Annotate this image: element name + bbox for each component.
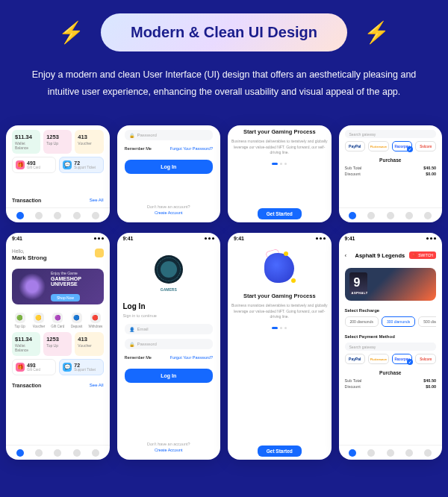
onboarding-body: Business monatices deliverables to itera…: [231, 139, 329, 156]
header-description: Enjoy a modern and clean User Interface …: [30, 66, 418, 100]
shop-now-button[interactable]: Shop Now: [51, 294, 80, 301]
page-title: Asphalt 9 Legends: [355, 252, 405, 259]
login-card: 9:41 GAMERS Log In Sign in to continue 👤…: [117, 233, 221, 460]
recharge-option[interactable]: 300 diamonds: [382, 316, 415, 327]
remember-checkbox[interactable]: Remember Me: [125, 146, 152, 151]
category-voucher[interactable]: 🟡Voucher: [31, 313, 46, 328]
email-input[interactable]: 👤Email: [125, 324, 214, 334]
see-all-link[interactable]: See All: [90, 198, 104, 203]
onboarding-card-partial: Start your Gaming Process Business monat…: [228, 125, 332, 222]
forgot-password-link[interactable]: Forgot Your Password?: [170, 355, 213, 360]
login-card-partial: 🔒Password Remember MeForgot Your Passwor…: [117, 125, 221, 222]
category-topup[interactable]: 🟢Top Up: [12, 313, 28, 328]
lightning-icon: ⚡: [58, 20, 84, 45]
payment-method-ssl[interactable]: Sslcom: [415, 141, 436, 151]
onboarding-illustration: [261, 250, 297, 286]
payment-method-paypal[interactable]: PayPal: [345, 141, 366, 151]
header-title: Modern & Clean UI Design: [101, 13, 347, 51]
create-account-link[interactable]: Create Account: [123, 210, 215, 215]
support-tile[interactable]: 💬72Support Ticket: [59, 157, 103, 173]
brand-logo: [155, 255, 183, 284]
nav-item[interactable]: [73, 212, 81, 219]
promo-banner[interactable]: Enjoy the Game GAMESHOP UNIVERSE Shop No…: [12, 269, 104, 304]
get-started-button[interactable]: Get Started: [258, 446, 302, 457]
category-deposit[interactable]: 🔵Deposit: [69, 313, 84, 328]
payment-card-partial: Search gateway PayPal Flutterwave Razorp…: [339, 125, 443, 222]
password-input[interactable]: 🔒Password: [125, 339, 214, 349]
voucher-stat[interactable]: 413Voucher: [75, 130, 103, 154]
greeting: Hello,: [12, 248, 47, 254]
payment-method-flutterwave[interactable]: Flutterwave: [368, 141, 389, 151]
select-payment-heading: Select Payment Method: [345, 334, 437, 339]
get-started-button[interactable]: Get Started: [258, 208, 302, 219]
payment-method-razorpay[interactable]: Razorpay: [392, 141, 413, 151]
back-button[interactable]: ‹: [345, 252, 351, 258]
onboarding-card: 9:41 Start your Gaming Process Business …: [228, 233, 332, 460]
user-avatar[interactable]: [95, 248, 104, 257]
topup-stat[interactable]: 1253Top Up: [43, 130, 72, 154]
login-button[interactable]: Log In: [125, 160, 214, 174]
category-giftcard[interactable]: 🟣Gift Card: [50, 313, 66, 328]
forgot-password-link[interactable]: Forgot Your Password?: [170, 146, 213, 151]
home-card-partial: $11.34Wallet Balance 1253Top Up 413Vouch…: [6, 125, 110, 222]
purchase-heading: Purchase: [345, 157, 437, 163]
password-input[interactable]: 🔒Password: [125, 130, 214, 140]
select-recharge-heading: Select Recharge: [345, 308, 437, 313]
recharge-option[interactable]: 200 diamonds: [345, 316, 379, 327]
login-button[interactable]: Log In: [125, 369, 214, 383]
recharge-option[interactable]: 500 diam...: [418, 316, 436, 327]
dashboard-card: 9:41 Hello, Mark Strong Enjoy the Game G…: [6, 233, 110, 460]
nav-home[interactable]: [16, 212, 24, 219]
username: Mark Strong: [12, 254, 47, 261]
create-account-link[interactable]: Create Account: [123, 448, 215, 452]
lightning-icon: ⚡: [364, 20, 390, 45]
remember-checkbox[interactable]: Remember Me: [125, 355, 152, 360]
search-gateway-input[interactable]: Search gateway: [345, 130, 437, 138]
nav-item[interactable]: [92, 212, 99, 219]
onboarding-title: Start your Gaming Process: [243, 128, 316, 135]
gift-card-tile[interactable]: 🎁493Gift Card: [12, 157, 56, 173]
game-cover: ASPHALT: [345, 268, 437, 301]
login-title: Log In: [123, 302, 215, 310]
asphalt-card: 9:41 ‹ Asphalt 9 Legends 🔴 SWITCH ASPHAL…: [339, 233, 443, 460]
platform-tag: 🔴 SWITCH: [409, 251, 436, 259]
transaction-heading: Transaction: [12, 198, 41, 203]
nav-item[interactable]: [35, 212, 43, 219]
nav-item[interactable]: [54, 212, 61, 219]
wallet-balance[interactable]: $11.34Wallet Balance: [12, 130, 40, 154]
search-gateway-input[interactable]: Search gateway: [345, 343, 437, 351]
category-withdraw[interactable]: 🔴Withdraw: [87, 313, 103, 328]
bottom-nav: [6, 207, 110, 222]
